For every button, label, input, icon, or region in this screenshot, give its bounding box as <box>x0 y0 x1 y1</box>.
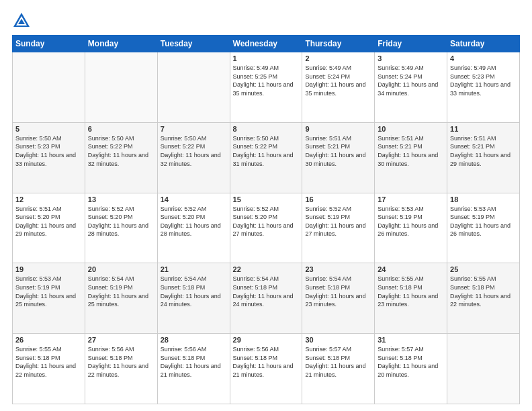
header-thursday: Thursday <box>302 36 375 52</box>
calendar-cell: 28Sunrise: 5:56 AM Sunset: 5:18 PM Dayli… <box>157 334 230 404</box>
day-info: Sunrise: 5:52 AM Sunset: 5:20 PM Dayligh… <box>88 205 154 238</box>
day-info: Sunrise: 5:53 AM Sunset: 5:19 PM Dayligh… <box>15 275 82 308</box>
day-info: Sunrise: 5:49 AM Sunset: 5:25 PM Dayligh… <box>233 64 300 97</box>
day-number: 22 <box>233 265 300 273</box>
day-number: 9 <box>305 125 371 133</box>
day-number: 7 <box>161 125 227 133</box>
calendar-cell: 10Sunrise: 5:51 AM Sunset: 5:21 PM Dayli… <box>375 122 447 193</box>
day-number: 21 <box>161 265 227 273</box>
day-info: Sunrise: 5:54 AM Sunset: 5:19 PM Dayligh… <box>88 275 154 308</box>
day-info: Sunrise: 5:49 AM Sunset: 5:24 PM Dayligh… <box>378 64 444 97</box>
calendar-week-5: 26Sunrise: 5:55 AM Sunset: 5:18 PM Dayli… <box>13 334 520 404</box>
day-number: 10 <box>378 125 444 133</box>
logo <box>12 11 34 30</box>
header-wednesday: Wednesday <box>230 36 302 52</box>
calendar-cell: 20Sunrise: 5:54 AM Sunset: 5:19 PM Dayli… <box>85 263 157 334</box>
calendar-cell <box>157 52 230 123</box>
header <box>12 11 520 30</box>
calendar-cell: 17Sunrise: 5:53 AM Sunset: 5:19 PM Dayli… <box>375 193 447 263</box>
calendar-cell: 22Sunrise: 5:54 AM Sunset: 5:18 PM Dayli… <box>230 263 302 334</box>
day-info: Sunrise: 5:51 AM Sunset: 5:21 PM Dayligh… <box>305 134 371 168</box>
day-number: 28 <box>161 336 227 344</box>
header-saturday: Saturday <box>447 36 520 52</box>
calendar-cell <box>85 52 157 123</box>
day-number: 20 <box>88 265 154 273</box>
day-info: Sunrise: 5:53 AM Sunset: 5:19 PM Dayligh… <box>378 205 444 238</box>
day-number: 31 <box>378 336 444 344</box>
day-number: 3 <box>378 54 444 62</box>
calendar-cell: 5Sunrise: 5:50 AM Sunset: 5:23 PM Daylig… <box>13 122 85 193</box>
day-number: 25 <box>450 265 517 273</box>
calendar-cell: 6Sunrise: 5:50 AM Sunset: 5:22 PM Daylig… <box>85 122 157 193</box>
day-number: 2 <box>305 54 371 62</box>
day-number: 29 <box>233 336 300 344</box>
day-info: Sunrise: 5:55 AM Sunset: 5:18 PM Dayligh… <box>450 275 517 308</box>
day-number: 18 <box>450 195 517 203</box>
day-info: Sunrise: 5:55 AM Sunset: 5:18 PM Dayligh… <box>378 275 444 308</box>
day-number: 5 <box>15 125 82 133</box>
day-info: Sunrise: 5:52 AM Sunset: 5:20 PM Dayligh… <box>161 205 227 238</box>
day-info: Sunrise: 5:51 AM Sunset: 5:20 PM Dayligh… <box>15 205 82 238</box>
day-info: Sunrise: 5:54 AM Sunset: 5:18 PM Dayligh… <box>233 275 300 308</box>
day-number: 30 <box>305 336 371 344</box>
day-info: Sunrise: 5:57 AM Sunset: 5:18 PM Dayligh… <box>305 345 371 379</box>
calendar-week-2: 5Sunrise: 5:50 AM Sunset: 5:23 PM Daylig… <box>13 122 520 193</box>
day-number: 1 <box>233 54 300 62</box>
calendar-cell: 30Sunrise: 5:57 AM Sunset: 5:18 PM Dayli… <box>302 334 375 404</box>
calendar-cell: 16Sunrise: 5:52 AM Sunset: 5:19 PM Dayli… <box>302 193 375 263</box>
day-number: 26 <box>15 336 82 344</box>
day-number: 14 <box>161 195 227 203</box>
day-info: Sunrise: 5:50 AM Sunset: 5:22 PM Dayligh… <box>88 134 154 168</box>
calendar-cell: 4Sunrise: 5:49 AM Sunset: 5:23 PM Daylig… <box>447 52 520 123</box>
calendar-cell: 18Sunrise: 5:53 AM Sunset: 5:19 PM Dayli… <box>447 193 520 263</box>
page: Sunday Monday Tuesday Wednesday Thursday… <box>0 0 532 411</box>
calendar-week-1: 1Sunrise: 5:49 AM Sunset: 5:25 PM Daylig… <box>13 52 520 123</box>
day-info: Sunrise: 5:55 AM Sunset: 5:18 PM Dayligh… <box>15 345 82 379</box>
day-number: 13 <box>88 195 154 203</box>
calendar-cell: 19Sunrise: 5:53 AM Sunset: 5:19 PM Dayli… <box>13 263 85 334</box>
calendar-cell: 21Sunrise: 5:54 AM Sunset: 5:18 PM Dayli… <box>157 263 230 334</box>
calendar-cell: 8Sunrise: 5:50 AM Sunset: 5:22 PM Daylig… <box>230 122 302 193</box>
header-monday: Monday <box>85 36 157 52</box>
header-tuesday: Tuesday <box>157 36 230 52</box>
calendar-cell: 29Sunrise: 5:56 AM Sunset: 5:18 PM Dayli… <box>230 334 302 404</box>
calendar-cell: 7Sunrise: 5:50 AM Sunset: 5:22 PM Daylig… <box>157 122 230 193</box>
calendar-cell: 26Sunrise: 5:55 AM Sunset: 5:18 PM Dayli… <box>13 334 85 404</box>
day-info: Sunrise: 5:51 AM Sunset: 5:21 PM Dayligh… <box>450 134 517 168</box>
day-info: Sunrise: 5:53 AM Sunset: 5:19 PM Dayligh… <box>450 205 517 238</box>
calendar-cell: 27Sunrise: 5:56 AM Sunset: 5:18 PM Dayli… <box>85 334 157 404</box>
day-number: 16 <box>305 195 371 203</box>
day-info: Sunrise: 5:49 AM Sunset: 5:24 PM Dayligh… <box>305 64 371 97</box>
day-number: 24 <box>378 265 444 273</box>
calendar-week-4: 19Sunrise: 5:53 AM Sunset: 5:19 PM Dayli… <box>13 263 520 334</box>
day-info: Sunrise: 5:54 AM Sunset: 5:18 PM Dayligh… <box>161 275 227 308</box>
calendar-cell: 9Sunrise: 5:51 AM Sunset: 5:21 PM Daylig… <box>302 122 375 193</box>
calendar-table: Sunday Monday Tuesday Wednesday Thursday… <box>12 35 520 404</box>
day-number: 8 <box>233 125 300 133</box>
calendar-cell <box>13 52 85 123</box>
day-info: Sunrise: 5:50 AM Sunset: 5:22 PM Dayligh… <box>161 134 227 168</box>
day-info: Sunrise: 5:56 AM Sunset: 5:18 PM Dayligh… <box>161 345 227 379</box>
calendar-cell: 14Sunrise: 5:52 AM Sunset: 5:20 PM Dayli… <box>157 193 230 263</box>
calendar-cell: 1Sunrise: 5:49 AM Sunset: 5:25 PM Daylig… <box>230 52 302 123</box>
day-number: 27 <box>88 336 154 344</box>
calendar-cell: 15Sunrise: 5:52 AM Sunset: 5:20 PM Dayli… <box>230 193 302 263</box>
day-info: Sunrise: 5:51 AM Sunset: 5:21 PM Dayligh… <box>378 134 444 168</box>
day-number: 19 <box>15 265 82 273</box>
calendar-cell: 25Sunrise: 5:55 AM Sunset: 5:18 PM Dayli… <box>447 263 520 334</box>
day-info: Sunrise: 5:57 AM Sunset: 5:18 PM Dayligh… <box>378 345 444 379</box>
day-info: Sunrise: 5:50 AM Sunset: 5:23 PM Dayligh… <box>15 134 82 168</box>
logo-icon <box>12 11 31 30</box>
day-number: 6 <box>88 125 154 133</box>
calendar-week-3: 12Sunrise: 5:51 AM Sunset: 5:20 PM Dayli… <box>13 193 520 263</box>
calendar-cell <box>447 334 520 404</box>
day-info: Sunrise: 5:49 AM Sunset: 5:23 PM Dayligh… <box>450 64 517 97</box>
day-number: 15 <box>233 195 300 203</box>
day-info: Sunrise: 5:56 AM Sunset: 5:18 PM Dayligh… <box>88 345 154 379</box>
calendar-cell: 12Sunrise: 5:51 AM Sunset: 5:20 PM Dayli… <box>13 193 85 263</box>
header-friday: Friday <box>375 36 447 52</box>
calendar-cell: 13Sunrise: 5:52 AM Sunset: 5:20 PM Dayli… <box>85 193 157 263</box>
day-number: 4 <box>450 54 517 62</box>
day-info: Sunrise: 5:56 AM Sunset: 5:18 PM Dayligh… <box>233 345 300 379</box>
day-number: 12 <box>15 195 82 203</box>
